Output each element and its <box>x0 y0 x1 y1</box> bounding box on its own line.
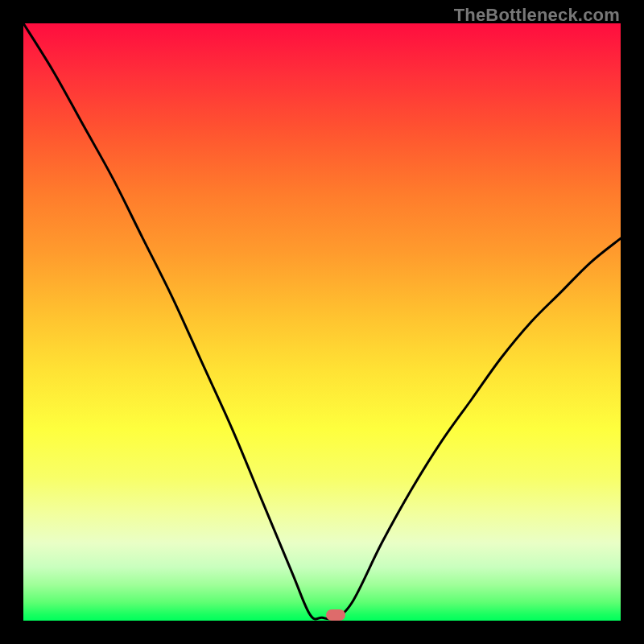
chart-frame: TheBottleneck.com <box>0 0 644 644</box>
bottleneck-curve <box>23 23 621 621</box>
curve-path <box>23 23 621 619</box>
sweet-spot-marker <box>326 609 345 621</box>
plot-area <box>23 23 621 621</box>
